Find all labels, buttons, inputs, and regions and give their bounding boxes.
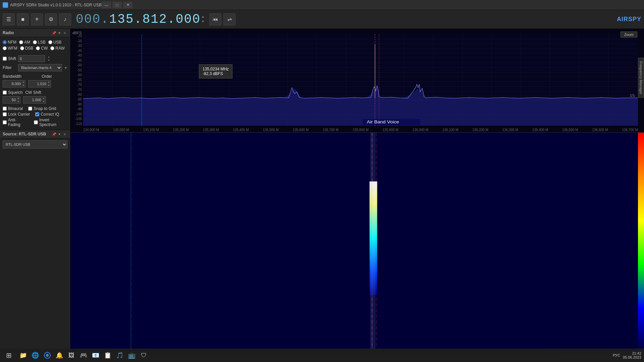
maximize-button[interactable]: □ (112, 2, 122, 8)
taskbar-time-date: 21:42 05.06.2023 (623, 351, 641, 359)
mode-lsb[interactable]: LSB (33, 40, 46, 45)
order-input[interactable] (29, 80, 47, 87)
svg-text:Air Band Voice: Air Band Voice (367, 120, 399, 124)
invert-spectrum-check[interactable]: Invert Spectrum (34, 118, 67, 127)
cwshift-input[interactable] (23, 97, 42, 103)
lock-carrier-check[interactable]: Lock Carrier (3, 112, 30, 117)
anti-fading-check[interactable]: Anti-Fading (3, 118, 29, 127)
shift-check[interactable]: Shift (3, 56, 16, 61)
sq-down-icon[interactable]: ▼ (16, 100, 20, 103)
bw-up-icon[interactable]: ▲ (21, 80, 25, 84)
mode-usb[interactable]: USB (48, 40, 62, 45)
add-button[interactable]: + (31, 13, 43, 25)
mode-cw[interactable]: CW (36, 46, 48, 51)
mode-nfm[interactable]: NFM (3, 40, 16, 45)
menu-button[interactable]: ☰ (3, 13, 15, 25)
bw-down-icon[interactable]: ▼ (21, 84, 25, 87)
taskbar-app5[interactable]: 📋 (102, 350, 113, 361)
order-up-icon[interactable]: ▲ (47, 80, 51, 84)
freq-part2: 135.812.000 (109, 12, 201, 26)
correct-iq-check[interactable]: Correct IQ (35, 112, 59, 117)
mode-wfm[interactable]: WFM (3, 46, 17, 51)
radio-title: Radio (3, 31, 51, 35)
app-icon (3, 2, 8, 8)
source-expand-button[interactable]: ▼ (57, 131, 62, 137)
audio-button[interactable]: ♪ (59, 13, 71, 25)
stop-button[interactable]: ■ (17, 13, 29, 25)
order-input-wrap: ▲ ▼ (28, 80, 51, 87)
radio-expand-button[interactable]: ▼ (57, 30, 62, 36)
source-select-row: RTL-SDR USB (0, 138, 70, 150)
bandwidth-arrows[interactable]: ▲ ▼ (21, 80, 25, 87)
freq-arrows[interactable]: ▲ ▼ (202, 15, 205, 24)
shift-input[interactable] (18, 55, 45, 62)
correct-iq-label: Correct IQ (41, 112, 59, 117)
taskbar-app1[interactable]: 🔔 (54, 350, 65, 361)
close-button[interactable]: ✕ (123, 2, 132, 8)
shift-up[interactable]: ▲ (47, 55, 51, 59)
snap-to-grid-check[interactable]: Snap to Grid (28, 106, 56, 111)
y-axis: -20 -25 -30 -35 -40 -45 -50 -55 -60 -65 … (70, 34, 83, 126)
squelch-row: Squelch CW Shift (0, 89, 70, 96)
sq-up-icon[interactable]: ▲ (16, 97, 20, 100)
order-down-icon[interactable]: ▼ (47, 84, 51, 87)
options-section: Binaural Snap to Grid Lock Carrier Corre… (0, 105, 70, 128)
squelch-arrows[interactable]: ▲ ▼ (16, 97, 20, 103)
filter-arrow-icon: ▼ (64, 66, 67, 70)
spectrum-top[interactable]: dBFS Zoom -20 -25 -30 -35 -40 -45 -50 -5… (70, 29, 644, 133)
start-button[interactable]: ⊞ (3, 349, 15, 361)
source-panel: Source: RTL-SDR USB 📌 ▼ ✕ RTL-SDR USB (0, 130, 70, 150)
cw-up-icon[interactable]: ▲ (42, 97, 46, 100)
squelch-check[interactable]: Squelch (3, 90, 22, 95)
order-arrows[interactable]: ▲ ▼ (47, 80, 51, 87)
taskbar-chrome[interactable] (42, 350, 53, 361)
spectrum-canvas[interactable]: Air Band Voice 15 135,0234 MHz -82,3 dBF… (83, 34, 638, 126)
taskbar-app2[interactable]: 🖼 (66, 350, 77, 361)
taskbar-app8[interactable]: 🛡 (138, 350, 150, 361)
waterfall-svg (70, 133, 644, 352)
cwshift-arrows[interactable]: ▲ ▼ (42, 97, 46, 103)
shift-down[interactable]: ▼ (47, 59, 51, 62)
freq-manager-tab[interactable]: Frequency Manager (638, 58, 644, 98)
radio-pin-button[interactable]: 📌 (51, 30, 57, 36)
freq-down-icon[interactable]: ▼ (202, 19, 205, 24)
mode-raw[interactable]: RAW (50, 46, 65, 51)
nav-start-button[interactable]: ⏮ (209, 13, 221, 25)
filter-select[interactable]: Blackman-Harris 4 Hanning Hamming Rectan… (18, 64, 62, 71)
radio-close-button[interactable]: ✕ (62, 30, 67, 36)
squelch-input[interactable] (3, 97, 16, 103)
svg-text:15: 15 (630, 94, 635, 98)
settings-button[interactable]: ⚙ (45, 13, 57, 25)
taskbar-app4[interactable]: 📧 (90, 350, 101, 361)
source-panel-header: Source: RTL-SDR USB 📌 ▼ ✕ (0, 130, 70, 138)
taskbar-app3[interactable]: 🎮 (78, 350, 89, 361)
frequency-display[interactable]: 000.135.812.000 ▲ ▼ (76, 12, 205, 26)
nav-swap-button[interactable]: ⇌ (223, 13, 235, 25)
taskbar-app7[interactable]: 📺 (126, 350, 138, 361)
toolbar: ☰ ■ + ⚙ ♪ 000.135.812.000 ▲ ▼ ⏮ ⇌ AIRSPY (0, 10, 644, 29)
binaural-check[interactable]: Binaural (3, 106, 23, 111)
bandwidth-label: Bandwidth (3, 74, 21, 79)
taskbar-browser[interactable]: 🌐 (30, 350, 41, 361)
taskbar-file-explorer[interactable]: 📁 (17, 350, 29, 361)
zoom-button[interactable]: Zoom (621, 32, 637, 38)
waterfall[interactable] (70, 133, 644, 352)
source-select[interactable]: RTL-SDR USB (3, 140, 67, 148)
cw-down-icon[interactable]: ▼ (42, 100, 46, 103)
radio-panel-header: Radio 📌 ▼ ✕ (0, 29, 70, 37)
bandwidth-input[interactable] (3, 80, 21, 87)
source-title: Source: RTL-SDR USB (3, 132, 51, 136)
order-label: Order (42, 74, 52, 79)
titlebar-title: AIRSPY SDR# Studio v1.0.0.1910 - RTL-SDR… (10, 3, 102, 7)
bandwidth-input-wrap: ▲ ▼ (3, 80, 25, 87)
source-close-button[interactable]: ✕ (62, 131, 67, 137)
mode-dsb[interactable]: DSB (20, 46, 34, 51)
taskbar-app6[interactable]: 🎵 (114, 350, 125, 361)
source-pin-button[interactable]: 📌 (51, 131, 57, 137)
freq-up-icon[interactable]: ▲ (202, 15, 205, 19)
bandwidth-section: Bandwidth Order ▲ ▼ ▲ ▼ (0, 73, 70, 89)
mode-am[interactable]: AM (19, 40, 30, 45)
shift-arrows[interactable]: ▲ ▼ (47, 55, 51, 62)
minimize-button[interactable]: — (102, 2, 111, 8)
taskbar-time: 21:42 (623, 351, 641, 355)
